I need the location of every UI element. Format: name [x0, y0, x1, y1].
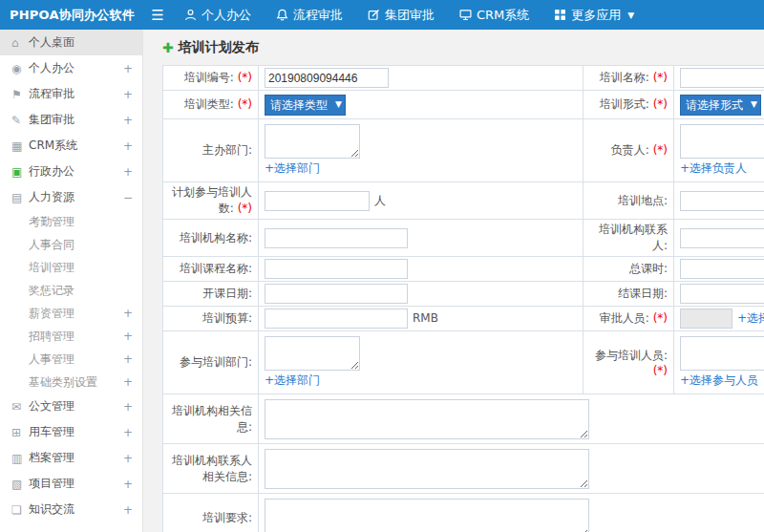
field-suffix: RMB	[413, 311, 438, 325]
expand-icon[interactable]: +	[123, 478, 133, 491]
field-cell: 请选择类型	[259, 91, 584, 119]
form-row: 参与培训部门:+选择部门参与培训人员: (*)+选择参与人员	[163, 331, 764, 394]
sidebar-item-label: 基础类别设置	[29, 374, 123, 391]
expand-icon[interactable]: +	[123, 114, 133, 127]
sidebar-item-admin-office[interactable]: ▣行政办公+	[0, 159, 142, 184]
nav-more-apps[interactable]: 更多应用▼	[541, 0, 647, 30]
link-row: +选择部门	[265, 372, 577, 389]
sidebar-item-label: 招聘管理	[29, 329, 123, 345]
required-marker: (*)	[653, 364, 668, 377]
field-suffix: 人	[374, 194, 386, 207]
bell-icon	[276, 9, 288, 21]
field-label: 结课日期:	[584, 282, 674, 307]
sidebar-item-recruit-mgmt[interactable]: 招聘管理+	[0, 325, 142, 348]
folder-icon: ▧	[11, 478, 29, 491]
expand-icon[interactable]: +	[123, 62, 133, 75]
training-type-select[interactable]: 请选择类型	[265, 95, 346, 116]
sidebar-item-hr-contract[interactable]: 人事合同	[0, 233, 142, 256]
expand-icon[interactable]: +	[123, 452, 133, 465]
monitor-icon	[459, 9, 472, 21]
training-name-input[interactable]	[680, 68, 764, 88]
expand-icon[interactable]: +	[123, 375, 133, 389]
org-contact-input[interactable]	[680, 228, 764, 248]
sidebar-item-personnel-mgmt[interactable]: 人事管理+	[0, 348, 142, 371]
participant-count-input[interactable]	[265, 191, 370, 211]
sidebar-item-personal-office[interactable]: ◉个人办公+	[0, 55, 142, 81]
field-label: 主办部门:	[163, 119, 259, 182]
field-cell	[259, 220, 584, 257]
end-date-input[interactable]	[680, 284, 764, 304]
page-title-row: ✚ 培训计划发布	[162, 39, 764, 56]
field-cell: 请选择形式	[674, 91, 764, 119]
sidebar-item-attendance-mgmt[interactable]: 考勤管理	[0, 210, 142, 233]
select-leader-link[interactable]: +选择负责人	[680, 161, 747, 175]
sidebar-item-label: 人力资源	[29, 189, 123, 205]
expand-icon[interactable]: +	[123, 426, 133, 439]
budget-input[interactable]	[265, 309, 408, 329]
field-cell: RMB	[259, 307, 584, 331]
host-dept-textarea[interactable]	[265, 124, 360, 159]
leader-textarea[interactable]	[680, 124, 764, 159]
expand-icon[interactable]: +	[123, 352, 133, 366]
sidebar-item-process-approval[interactable]: ⚑流程审批+	[0, 81, 142, 107]
course-name-input[interactable]	[265, 259, 408, 279]
sidebar-item-crm-system[interactable]: ▦CRM系统+	[0, 133, 142, 159]
sidebar-item-project-mgmt[interactable]: ▧项目管理+	[0, 471, 142, 497]
form-row: 培训要求:	[163, 494, 764, 532]
nav-process-approval[interactable]: 流程审批	[264, 0, 355, 30]
sidebar-item-knowledge-exchange[interactable]: ❏知识交流+	[0, 497, 142, 522]
requirement-textarea[interactable]	[265, 499, 589, 532]
join-dept-textarea[interactable]	[265, 336, 360, 371]
org-name-input[interactable]	[265, 228, 408, 248]
sidebar-item-hr[interactable]: ▤人力资源−	[0, 184, 142, 210]
required-marker: (*)	[234, 71, 252, 84]
field-label: 参与培训人员: (*)	[584, 331, 674, 394]
collapse-icon[interactable]: −	[123, 191, 133, 204]
caret-down-icon: ▼	[627, 11, 634, 20]
expand-icon[interactable]: +	[123, 330, 133, 343]
sidebar-item-label: 考勤管理	[29, 214, 123, 230]
sidebar-item-label: 集团审批	[29, 112, 123, 128]
training-number-input[interactable]	[265, 68, 389, 88]
hamburger-menu-icon[interactable]: ☰	[143, 7, 172, 24]
nav-crm-system[interactable]: CRM系统	[447, 0, 541, 30]
expand-icon[interactable]: +	[123, 503, 133, 517]
join-person-textarea[interactable]	[680, 336, 764, 371]
expand-icon[interactable]: +	[123, 165, 133, 179]
sidebar-item-reward-punish-record[interactable]: 奖惩记录	[0, 279, 142, 302]
training-form-body: 培训编号: (*)培训名称: (*)培训类型: (*)请选择类型培训形式: (*…	[163, 66, 764, 532]
sidebar-item-label: 个人桌面	[29, 34, 123, 51]
sidebar-item-group-approval[interactable]: ✎集团审批+	[0, 107, 142, 133]
sidebar-item-personal-desktop[interactable]: ⌂个人桌面	[0, 30, 142, 55]
nav-personal-office[interactable]: 个人办公	[172, 0, 264, 30]
expand-icon[interactable]: +	[123, 400, 133, 414]
desktop-icon: ⌂	[11, 36, 29, 50]
field-cell	[259, 394, 764, 444]
select-join-dept-link[interactable]: +选择部门	[265, 373, 320, 387]
form-row: 培训机构联系人相关信息:	[163, 444, 764, 494]
expand-icon[interactable]: +	[123, 139, 133, 153]
field-label: 培训机构名称:	[163, 220, 259, 257]
nav-group-approval[interactable]: 集团审批	[355, 0, 447, 30]
sidebar-item-archive-mgmt[interactable]: ▥档案管理+	[0, 445, 142, 471]
expand-icon[interactable]: +	[123, 88, 133, 101]
sidebar-item-label: 档案管理	[29, 450, 123, 466]
expand-icon[interactable]: +	[123, 307, 133, 320]
sidebar-item-document-mgmt[interactable]: ✉公文管理+	[0, 394, 142, 419]
sidebar-item-vehicle-mgmt[interactable]: ⊞用车管理+	[0, 419, 142, 445]
sidebar-item-salary-mgmt[interactable]: 薪资管理+	[0, 302, 142, 325]
field-cell: +选择参与人员	[674, 331, 764, 394]
approver-input[interactable]	[680, 309, 732, 329]
start-date-input[interactable]	[265, 284, 408, 304]
sidebar-item-base-category-setting[interactable]: 基础类别设置+	[0, 371, 142, 394]
select-approver-link[interactable]: +选择审批人	[737, 311, 764, 325]
org-info-textarea[interactable]	[265, 399, 589, 439]
org-contact-info-textarea[interactable]	[265, 449, 589, 489]
select-dept-link[interactable]: +选择部门	[265, 161, 320, 175]
location-input[interactable]	[680, 191, 764, 211]
sidebar-item-training-mgmt[interactable]: 培训管理	[0, 256, 142, 279]
main-content: ✚ 培训计划发布 培训编号: (*)培训名称: (*)培训类型: (*)请选择类…	[143, 30, 764, 532]
total-hours-input[interactable]	[680, 259, 764, 279]
training-form-select[interactable]: 请选择形式	[680, 95, 761, 116]
select-participants-link[interactable]: +选择参与人员	[680, 373, 758, 387]
